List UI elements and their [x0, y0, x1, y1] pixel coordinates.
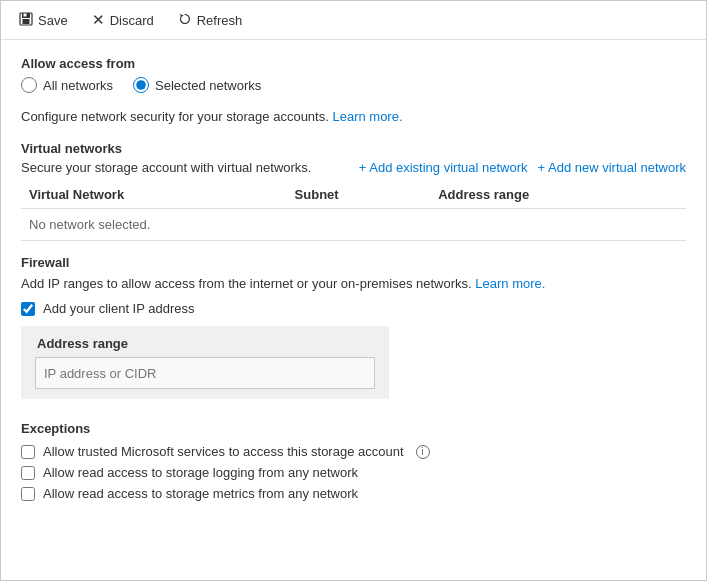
save-icon: [19, 12, 33, 29]
no-network-text: No network selected.: [21, 208, 686, 240]
exception-row-1: Allow read access to storage logging fro…: [21, 465, 686, 480]
exceptions-section: Exceptions Allow trusted Microsoft servi…: [21, 421, 686, 501]
selected-networks-option[interactable]: Selected networks: [133, 77, 261, 93]
address-range-input[interactable]: [35, 357, 375, 389]
configure-text: Configure network security for your stor…: [21, 109, 329, 124]
firewall-section: Firewall Add IP ranges to allow access f…: [21, 255, 686, 404]
allow-access-label: Allow access from: [21, 56, 686, 71]
exception-row-0: Allow trusted Microsoft services to acce…: [21, 444, 686, 459]
client-ip-label[interactable]: Add your client IP address: [43, 301, 195, 316]
no-network-row: No network selected.: [21, 208, 686, 240]
vnet-subtitle: Secure your storage account with virtual…: [21, 160, 359, 175]
firewall-learn-more-link[interactable]: Learn more.: [475, 276, 545, 291]
firewall-desc-text: Add IP ranges to allow access from the i…: [21, 276, 472, 291]
exception-checkbox-0[interactable]: [21, 445, 35, 459]
exception-label-1[interactable]: Allow read access to storage logging fro…: [43, 465, 358, 480]
exception-label-0[interactable]: Allow trusted Microsoft services to acce…: [43, 444, 404, 459]
exception-row-2: Allow read access to storage metrics fro…: [21, 486, 686, 501]
configure-learn-more-link[interactable]: Learn more.: [332, 109, 402, 124]
discard-label: Discard: [110, 13, 154, 28]
exception-label-2[interactable]: Allow read access to storage metrics fro…: [43, 486, 358, 501]
toolbar: Save ✕ Discard Refresh: [1, 1, 706, 40]
discard-icon: ✕: [92, 11, 105, 29]
refresh-label: Refresh: [197, 13, 243, 28]
firewall-title: Firewall: [21, 255, 686, 270]
vnet-col-subnet: Subnet: [287, 181, 431, 209]
discard-button[interactable]: ✕ Discard: [88, 9, 158, 31]
all-networks-radio[interactable]: [21, 77, 37, 93]
vnet-title: Virtual networks: [21, 141, 686, 156]
refresh-icon: [178, 12, 192, 29]
svg-rect-2: [23, 19, 30, 24]
address-range-label: Address range: [37, 336, 375, 351]
save-button[interactable]: Save: [15, 10, 72, 31]
vnet-actions: + Add existing virtual network + Add new…: [359, 160, 686, 175]
exceptions-title: Exceptions: [21, 421, 686, 436]
exception-checkbox-1[interactable]: [21, 466, 35, 480]
client-ip-checkbox-row: Add your client IP address: [21, 301, 686, 316]
main-content: Allow access from All networks Selected …: [1, 40, 706, 523]
add-new-vnet-link[interactable]: + Add new virtual network: [538, 160, 687, 175]
svg-rect-3: [24, 13, 27, 16]
all-networks-option[interactable]: All networks: [21, 77, 113, 93]
configure-description: Configure network security for your stor…: [21, 107, 686, 127]
refresh-button[interactable]: Refresh: [174, 10, 247, 31]
vnet-col-address-range: Address range: [430, 181, 686, 209]
vnet-table: Virtual Network Subnet Address range No …: [21, 181, 686, 241]
client-ip-checkbox[interactable]: [21, 302, 35, 316]
access-radio-group: All networks Selected networks: [21, 77, 686, 93]
vnet-col-virtual-network: Virtual Network: [21, 181, 287, 209]
all-networks-label: All networks: [43, 78, 113, 93]
exception-checkbox-2[interactable]: [21, 487, 35, 501]
exception-info-icon-0[interactable]: i: [416, 445, 430, 459]
address-range-block: Address range: [21, 326, 389, 399]
selected-networks-label: Selected networks: [155, 78, 261, 93]
virtual-networks-section: Virtual networks Secure your storage acc…: [21, 141, 686, 241]
add-existing-vnet-link[interactable]: + Add existing virtual network: [359, 160, 528, 175]
firewall-description: Add IP ranges to allow access from the i…: [21, 274, 686, 294]
save-label: Save: [38, 13, 68, 28]
selected-networks-radio[interactable]: [133, 77, 149, 93]
